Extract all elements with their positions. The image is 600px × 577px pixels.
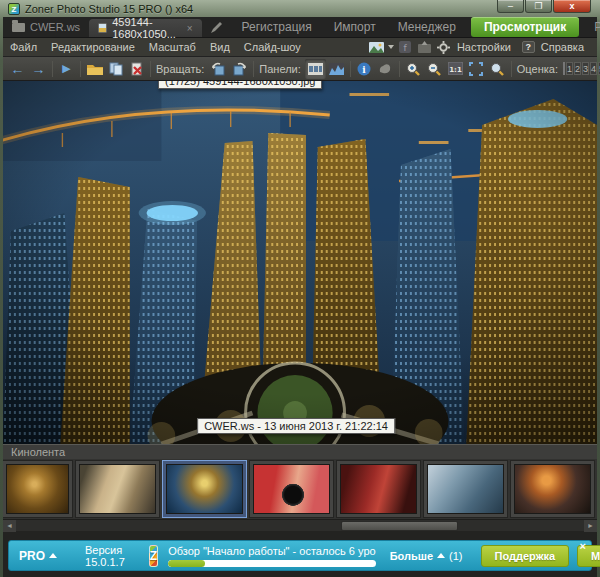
tab-close-icon[interactable]: × [187,23,193,34]
thumbnail-image [427,464,504,514]
tab-label: CWER.ws [30,21,80,33]
close-button[interactable]: x [553,0,591,13]
compare-button[interactable] [375,59,396,79]
photo-caption-tooltip: CWER.ws - 13 июня 2013 г. 21:22:14 [197,418,395,434]
module-viewer[interactable]: Просмотрщик [471,17,579,37]
open-folder-button[interactable] [84,59,105,79]
one-to-one-icon: 1:1 [448,62,463,75]
pencil-icon [210,21,223,34]
copy-button[interactable] [105,59,126,79]
edition-label: PRO [19,549,45,563]
loupe-button[interactable] [487,59,508,79]
rotate-left-button[interactable] [208,59,229,79]
zoom-out-button[interactable] [424,59,445,79]
thumbnail-image [166,464,243,514]
filmstrip-header: Кинолента [3,444,597,459]
tour-block[interactable]: Обзор "Начало работы" - осталось 6 уро [168,545,376,567]
delete-button[interactable] [126,59,147,79]
window-controls: – ❐ x [496,0,591,13]
title-bar: Z Zoner Photo Studio 15 PRO () x64 – ❐ x [3,0,597,17]
histogram-icon [329,63,344,75]
menu-file[interactable]: Файл [3,41,44,53]
filmstrip-scrollbar[interactable]: ◄ ► [3,519,597,531]
tab-image-active[interactable]: 459144-1680x1050... × [89,19,201,37]
scroll-left-icon[interactable]: ◄ [3,520,16,532]
fit-to-screen-button[interactable] [466,59,487,79]
thumbnail-image [340,464,417,514]
thumbnail-image [253,464,330,514]
help-icon[interactable]: ? [522,41,535,53]
thumbnail-red-room[interactable] [336,460,421,518]
new-tab-edit-button[interactable] [202,17,231,37]
thumbnail-image [6,464,69,514]
scrollbar-thumb[interactable] [341,521,457,531]
rating-3-button[interactable]: 3 [582,62,589,75]
rating-2-button[interactable]: 2 [574,62,581,75]
info-button[interactable]: i [354,59,375,79]
toolbar-separator [253,61,254,77]
copy-icon [109,62,123,76]
toolbar-separator [80,61,81,77]
statusbar-close-icon[interactable]: × [580,541,586,552]
compare-icon [378,62,392,75]
toolbar-separator [52,61,53,77]
rotate-right-button[interactable] [229,59,250,79]
thumbnail-city-selected[interactable] [162,460,247,518]
folder-icon [12,23,25,32]
thumbnail-explosion-city[interactable] [510,460,595,518]
next-button[interactable]: → [28,59,49,79]
app-window: Z Zoner Photo Studio 15 PRO () x64 – ❐ x… [0,0,600,577]
filename-tooltip: (17/25) 459144-1680x1050.jpg [158,81,322,89]
zoom-in-button[interactable] [403,59,424,79]
menu-settings[interactable]: Настройки [455,41,518,53]
scrollbar-track[interactable] [16,520,597,532]
support-button[interactable]: Поддержка [481,545,570,567]
toggle-histogram-button[interactable] [326,59,347,79]
thumbnail-steampunk[interactable] [3,460,73,518]
rating-4-button[interactable]: 4 [590,62,597,75]
menu-edit[interactable]: Редактирование [44,41,142,53]
more-dropdown[interactable]: Больше (1) [390,550,463,562]
minimize-button[interactable]: – [497,0,524,13]
scroll-right-icon[interactable]: ► [584,520,597,532]
publish-icon[interactable] [417,41,432,54]
preview-image-icon[interactable] [369,41,384,54]
tour-progress-fill [168,560,205,567]
share-icon[interactable]: f [398,41,413,54]
photo-viewer: (17/25) 459144-1680x1050.jpg CWER.ws - 1… [3,81,597,444]
tab-folder-cwer[interactable]: CWER.ws [3,17,89,37]
chevron-down-icon[interactable] [388,45,394,49]
module-manager[interactable]: Менеджер [387,20,467,34]
thumbnail-redhead-camera[interactable] [249,460,334,518]
svg-text:1:1: 1:1 [449,66,462,74]
toggle-filmstrip-button[interactable] [305,59,326,79]
version-label: Версия 15.0.1.7 [85,544,125,568]
zoom-100-button[interactable]: 1:1 [445,59,466,79]
filmstrip-icon [308,63,323,75]
thumbnail-fantasy-blonde[interactable] [75,460,160,518]
info-icon: i [357,62,371,76]
tour-text: Обзор "Начало работы" - осталось 6 уро [168,545,376,557]
panels-label: Панели: [257,63,304,75]
toolbar-separator [511,61,512,77]
menu-zoom[interactable]: Масштаб [142,41,203,53]
menu-slideshow[interactable]: Слайд-шоу [237,41,308,53]
folder-icon [87,63,103,75]
menu-view[interactable]: Вид [203,41,237,53]
rating-none-button[interactable] [563,62,565,75]
edition-dropdown[interactable]: PRO [19,549,57,563]
thumbnail-storm-sea[interactable] [423,460,508,518]
module-registration[interactable]: Регистрация [231,20,323,34]
previous-button[interactable]: ← [7,59,28,79]
gear-icon[interactable] [436,41,451,54]
menu-help[interactable]: Справка [539,41,591,53]
slideshow-play-button[interactable]: ▶ [56,59,77,79]
module-editor[interactable]: Редактор [583,20,600,34]
chevron-up-icon [437,553,445,558]
rating-1-button[interactable]: 1 [566,62,573,75]
filmstrip-thumbnails [3,459,597,519]
thumbnail-image [514,464,591,514]
tab-label: 459144-1680x1050... [112,16,179,40]
module-import[interactable]: Импорт [323,20,387,34]
maximize-button[interactable]: ❐ [525,0,552,13]
